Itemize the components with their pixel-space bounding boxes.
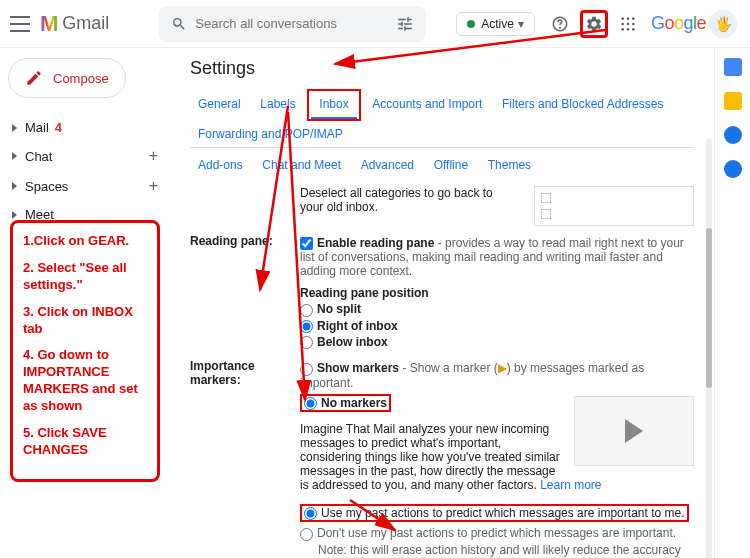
reading-pane-position-title: Reading pane position xyxy=(300,286,694,300)
tab-forwarding[interactable]: Forwarding and POP/IMAP xyxy=(190,121,351,147)
search-box[interactable] xyxy=(159,6,426,42)
menu-icon[interactable] xyxy=(10,16,30,32)
tab-chatmeet[interactable]: Chat and Meet xyxy=(254,152,349,178)
instruction-step: 5. Click SAVE CHANGES xyxy=(23,425,147,459)
tab-inbox[interactable]: Inbox xyxy=(311,91,356,119)
radio-right-inbox[interactable] xyxy=(300,320,313,333)
plus-icon[interactable]: + xyxy=(149,147,158,165)
learn-more-link[interactable]: Learn more xyxy=(540,478,601,492)
account-avatar[interactable]: 🖐 xyxy=(709,10,737,38)
google-logo: Google xyxy=(651,13,706,34)
pencil-icon xyxy=(25,69,43,87)
header: MGmail Active▾ Google 🖐 xyxy=(0,0,750,48)
page-title: Settings xyxy=(190,58,694,79)
sidebar-item-chat[interactable]: Chat+ xyxy=(8,141,162,171)
svg-point-8 xyxy=(621,28,624,31)
svg-point-5 xyxy=(621,22,624,25)
instruction-step: 3. Click on INBOX tab xyxy=(23,304,147,338)
tab-accounts[interactable]: Accounts and Import xyxy=(364,91,490,117)
svg-point-9 xyxy=(627,28,630,31)
radio-below-inbox[interactable] xyxy=(300,336,313,349)
svg-point-6 xyxy=(627,22,630,25)
settings-panel: Settings General Labels Inbox Accounts a… xyxy=(170,48,714,558)
apps-icon[interactable] xyxy=(614,10,642,38)
sidebar-item-spaces[interactable]: Spaces+ xyxy=(8,171,162,201)
tab-offline[interactable]: Offline xyxy=(426,152,476,178)
reading-pane-label: Reading pane: xyxy=(190,234,300,351)
instruction-step: 1.Click on GEAR. xyxy=(23,233,147,250)
tab-advanced[interactable]: Advanced xyxy=(353,152,422,178)
help-icon[interactable] xyxy=(546,10,574,38)
search-icon xyxy=(171,16,187,32)
play-icon xyxy=(625,419,643,443)
radio-dont-use-past[interactable] xyxy=(300,528,313,541)
tune-icon[interactable] xyxy=(396,15,414,33)
tab-filters[interactable]: Filters and Blocked Addresses xyxy=(494,91,671,117)
svg-point-3 xyxy=(627,17,630,20)
tab-labels[interactable]: Labels xyxy=(252,91,303,117)
tab-themes[interactable]: Themes xyxy=(480,152,539,178)
instruction-step: 2. Select "See all settings." xyxy=(23,260,147,294)
settings-tabs: General Labels Inbox Accounts and Import… xyxy=(190,89,694,148)
settings-tabs-2: Add-ons Chat and Meet Advanced Offline T… xyxy=(190,152,694,178)
svg-point-4 xyxy=(632,17,635,20)
status-active[interactable]: Active▾ xyxy=(456,12,535,36)
enable-reading-pane-checkbox[interactable] xyxy=(300,237,313,250)
svg-point-10 xyxy=(632,28,635,31)
tab-general[interactable]: General xyxy=(190,91,249,117)
svg-point-2 xyxy=(621,17,624,20)
plus-icon[interactable]: + xyxy=(149,177,158,195)
svg-point-7 xyxy=(632,22,635,25)
instructions-overlay: 1.Click on GEAR. 2. Select "See all sett… xyxy=(10,220,160,482)
sidebar-item-mail[interactable]: Mail4 xyxy=(8,114,162,141)
search-input[interactable] xyxy=(195,16,396,31)
importance-note: Note: this will erase action history and… xyxy=(318,543,694,558)
calendar-icon[interactable] xyxy=(724,58,742,76)
video-thumbnail[interactable] xyxy=(574,396,694,466)
instruction-step: 4. Go down to IMPORTANCE MARKERS and set… xyxy=(23,347,147,415)
deselect-text: Deselect all categories to go back to yo… xyxy=(300,186,500,214)
side-panel xyxy=(714,48,750,558)
tab-addons[interactable]: Add-ons xyxy=(190,152,251,178)
radio-no-split[interactable] xyxy=(300,304,313,317)
tasks-icon[interactable] xyxy=(724,126,742,144)
radio-use-past[interactable] xyxy=(304,507,317,520)
scrollbar-thumb[interactable] xyxy=(706,228,712,388)
gmail-logo: MGmail xyxy=(40,11,109,37)
compose-button[interactable]: Compose xyxy=(8,58,126,98)
radio-no-markers[interactable] xyxy=(304,397,317,410)
keep-icon[interactable] xyxy=(724,92,742,110)
compose-label: Compose xyxy=(53,71,109,86)
settings-gear-icon[interactable] xyxy=(580,10,608,38)
importance-label: Importance markers: xyxy=(190,359,300,558)
radio-show-markers[interactable] xyxy=(300,363,313,376)
svg-point-1 xyxy=(560,27,561,28)
category-placeholder xyxy=(534,186,694,226)
contacts-icon[interactable] xyxy=(724,160,742,178)
